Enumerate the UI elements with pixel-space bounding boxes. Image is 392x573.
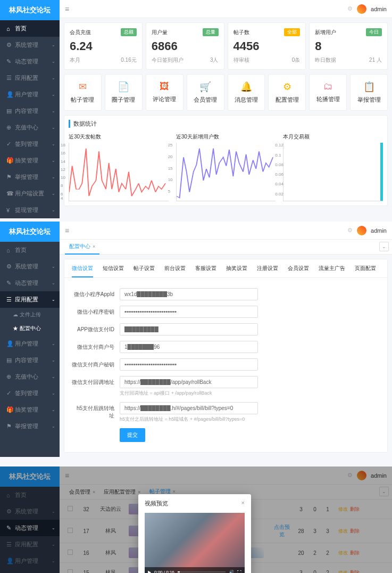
config-tab[interactable]: 页面配置 [355, 265, 376, 277]
stat-card: 用户量总量6866今日签到用户3人 [146, 22, 224, 70]
quick-link[interactable]: ⚙配置管理 [268, 74, 306, 111]
sidebar-item[interactable]: ▤内容管理⌄ [0, 103, 60, 119]
sidebar-item[interactable]: 👤用户管理⌄ [0, 86, 60, 103]
form-hint: 支付回调地址 = api接口 + /app/pay/rollBack [120, 390, 258, 397]
sidebar-item[interactable]: ✓签到管理⌄ [0, 385, 60, 402]
quick-link[interactable]: 🔔消息管理 [228, 74, 265, 111]
config-tab[interactable]: 注册设置 [257, 265, 278, 277]
form-label: h5支付后跳转地址 [72, 402, 120, 420]
gear-icon[interactable]: ⚙ [347, 5, 353, 12]
sidebar-item[interactable]: ⚑举报管理⌄ [0, 169, 60, 185]
sidebar-item[interactable]: 🎁抽奖管理⌄ [0, 402, 60, 418]
menu-icon: ⚑ [6, 423, 12, 430]
form-input[interactable] [120, 376, 258, 388]
app-logo: 林风社交论坛 [0, 0, 60, 20]
form-input[interactable] [120, 341, 258, 353]
tab-config[interactable]: 配置中心 × [65, 240, 99, 255]
sidebar-item[interactable]: ⌂首页 [0, 20, 60, 37]
sidebar: 林风社交论坛 ⌂首页⚙系统管理⌄✎动态管理⌄☰应用配置⌄☁ 文件上传★ 配置中心… [0, 222, 60, 457]
sidebar-item[interactable]: ✎动态管理⌄ [0, 53, 60, 70]
form-input[interactable] [120, 402, 258, 414]
hamburger-icon[interactable]: ≡ [65, 226, 69, 235]
sidebar-item[interactable]: ¥提现管理⌄ [0, 202, 60, 218]
quick-icon: 🔔 [230, 81, 263, 93]
hamburger-icon[interactable]: ≡ [65, 5, 69, 13]
chart2-title: 近30天新增用户数 [176, 133, 276, 141]
sidebar-item[interactable]: ⚙系统管理⌄ [0, 37, 60, 53]
sidebar-item[interactable]: 👤用户管理⌄ [0, 335, 60, 352]
avatar[interactable] [357, 4, 366, 14]
form-input[interactable] [120, 288, 258, 300]
modal-title: 视频预览 [145, 500, 168, 507]
config-tab[interactable]: 客服设置 [195, 265, 216, 277]
avatar[interactable] [357, 226, 366, 235]
sidebar-item[interactable]: ☰应用配置⌄ [0, 70, 60, 86]
menu-icon: ☰ [6, 75, 12, 81]
sidebar-item[interactable]: ▤内容管理⌄ [0, 352, 60, 369]
menu-icon: 👤 [6, 91, 12, 98]
collapse-icon[interactable]: ⌄ [379, 242, 389, 251]
quick-link[interactable]: 🗂轮播管理 [309, 74, 347, 111]
sidebar-sub-item[interactable]: ☁ 文件上传 [0, 308, 60, 322]
menu-icon: ⌂ [6, 247, 12, 253]
close-icon[interactable]: × [93, 239, 95, 254]
quick-link[interactable]: 🛒会员管理 [187, 74, 224, 111]
menu-icon: ✎ [6, 58, 12, 65]
video-player[interactable]: ▶ 0:00 / 0:16 🔊 ⛶ [145, 513, 245, 573]
chart2: 252015105 [176, 143, 276, 201]
sidebar-item[interactable]: ⚑举报管理⌄ [0, 418, 60, 435]
quick-icon: 🖼 [148, 81, 181, 92]
chart1: 1816141210864 [69, 143, 169, 201]
video-time: 0:00 / 0:16 [154, 570, 174, 574]
stat-card: 会员充值总额6.24本月0.16元 [64, 22, 143, 70]
config-tab[interactable]: 前台设置 [164, 265, 186, 277]
fullscreen-icon[interactable]: ⛶ [237, 570, 241, 574]
form-input[interactable] [120, 323, 258, 335]
gear-icon[interactable]: ⚙ [347, 227, 353, 234]
form-label: 微信支付商户秘钥 [72, 358, 120, 369]
config-tab[interactable]: 短信设置 [103, 265, 124, 277]
quick-link[interactable]: 📄圈子管理 [105, 74, 143, 111]
menu-icon: ⚑ [6, 174, 12, 181]
form-hint: h5支付之后跳转地址 = h5端域名 + #/pages/bill/bill?t… [120, 416, 258, 423]
menu-icon: ✓ [6, 390, 12, 397]
menu-icon: ✎ [6, 280, 12, 286]
volume-icon[interactable]: 🔊 [229, 570, 234, 574]
sidebar-item[interactable]: ☎用户端设置⌄ [0, 185, 60, 202]
menu-icon: 🎁 [6, 157, 12, 164]
config-tab[interactable]: 帖子设置 [134, 265, 155, 277]
config-tab[interactable]: 流量主广告 [319, 265, 345, 277]
stat-card: 新增用户今日8昨日数据21 人 [309, 22, 388, 70]
play-icon[interactable]: ▶ [148, 570, 151, 574]
sidebar-item[interactable]: ⚙系统管理⌄ [0, 258, 60, 275]
sidebar-item[interactable]: ✎动态管理⌄ [0, 275, 60, 291]
config-tab[interactable]: 会员设置 [288, 265, 309, 277]
sidebar-item[interactable]: ⌂首页 [0, 242, 60, 258]
quick-link[interactable]: ✉帖子管理 [64, 74, 102, 111]
chart1-title: 近30天发帖数 [69, 133, 169, 141]
menu-icon: ⊕ [6, 124, 12, 131]
chart3: 0.120.10.080.060.040.02 [283, 143, 383, 201]
form-input[interactable] [120, 306, 258, 318]
sidebar-item[interactable]: 🎁抽奖管理⌄ [0, 152, 60, 169]
page-tabs: 配置中心 × ⌄ [60, 240, 392, 255]
sidebar-item[interactable]: ⊕充值中心⌄ [0, 369, 60, 385]
menu-icon: ⚙ [6, 263, 12, 270]
form-label: 微信支付商户号 [72, 341, 120, 351]
video-progress[interactable] [178, 571, 226, 572]
sidebar-item[interactable]: ☰应用配置⌄ [0, 291, 60, 308]
submit-button[interactable]: 提交 [120, 428, 145, 442]
config-tab[interactable]: 微信设置 [72, 265, 93, 277]
form-label: 微信小程序密钥 [72, 306, 120, 316]
close-icon[interactable]: × [241, 500, 245, 507]
config-tab[interactable]: 抽奖设置 [226, 265, 247, 277]
form-input[interactable] [120, 358, 258, 371]
sidebar-sub-item[interactable]: ★ 配置中心 [0, 322, 60, 335]
quick-link[interactable]: 📋举报管理 [350, 74, 388, 111]
sidebar-item[interactable]: ✓签到管理⌄ [0, 136, 60, 152]
sidebar-item[interactable]: ⊕充值中心⌄ [0, 119, 60, 136]
video-preview-modal: 视频预览 × ▶ 0:00 / 0:16 🔊 ⛶ 取 消 确 定 [138, 494, 251, 573]
quick-link[interactable]: 🖼评论管理 [146, 74, 184, 111]
menu-icon: 👤 [6, 340, 12, 347]
menu-icon: ⌂ [6, 26, 12, 32]
